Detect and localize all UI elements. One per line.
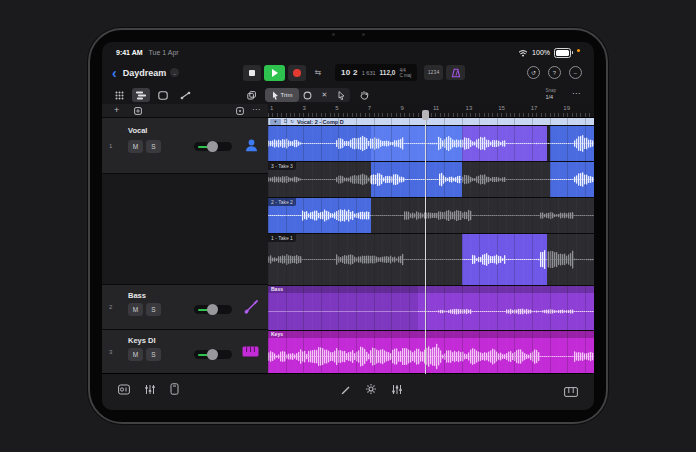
rounded-cell-icon — [158, 91, 168, 100]
toolbar-more-button[interactable]: ⋯ — [572, 89, 580, 98]
keys-region[interactable]: Keys — [268, 331, 594, 375]
history-button[interactable]: ↺ — [527, 66, 540, 79]
region-label: Keys — [268, 331, 594, 338]
track-number: 3 — [109, 349, 112, 355]
metronome-button[interactable] — [446, 65, 465, 80]
snap-control[interactable]: Snap 1/4 — [545, 87, 556, 101]
vocal-track-icon — [244, 138, 259, 153]
split-tool-button[interactable]: ✕ — [316, 88, 333, 102]
trim-tool-label: Trim — [281, 92, 293, 98]
marquee-tool-button[interactable] — [299, 88, 316, 102]
mute-button[interactable]: M — [128, 348, 143, 361]
playhead-position-minor: 1 631 — [362, 70, 376, 76]
track-header-more-button[interactable]: ⋯ — [252, 105, 260, 114]
count-in-button[interactable]: 1234 — [424, 65, 443, 80]
recording-indicator-dot — [577, 49, 580, 52]
take-lanes-spacer — [102, 174, 268, 285]
waveform — [371, 162, 462, 197]
back-button[interactable]: ‹ — [112, 68, 117, 78]
tempo-value: 112,0 — [380, 69, 396, 76]
track-header-keys[interactable]: 3 Keys DI M S — [102, 330, 268, 374]
plugins-button[interactable] — [170, 383, 179, 395]
solo-button[interactable]: S — [146, 140, 161, 153]
ruler-tick: 3 — [301, 105, 334, 111]
mixer-button[interactable] — [144, 383, 156, 395]
take-label: 3 - Take 3 — [268, 162, 296, 170]
slider-knob[interactable] — [207, 349, 218, 360]
view-switch-buttons — [110, 88, 194, 102]
battery-icon — [554, 48, 571, 58]
solo-button[interactable]: S — [146, 348, 161, 361]
editor-pencil-button[interactable] — [340, 383, 351, 395]
volume-slider[interactable] — [194, 142, 232, 151]
track-zoom-icon[interactable] — [134, 107, 142, 115]
settings-gear-button[interactable] — [365, 383, 377, 395]
draw-tool-button[interactable] — [355, 88, 373, 102]
track-name: Bass — [128, 291, 146, 300]
play-button[interactable] — [264, 65, 285, 81]
project-menu-button[interactable]: ⌄ — [170, 68, 179, 77]
track-list-header: + ⋯ — [102, 104, 268, 118]
bass-region[interactable]: Bass — [268, 286, 594, 331]
slider-knob[interactable] — [207, 141, 218, 152]
stop-button[interactable] — [243, 65, 261, 81]
live-loops-view-button[interactable] — [154, 88, 172, 102]
take-lane-3[interactable]: 3 - Take 3 — [268, 162, 594, 198]
timeline-area: 1 3 5 7 9 11 13 15 17 19 ▾ D ↻ — [268, 104, 594, 374]
faders-button[interactable] — [391, 383, 403, 395]
track-header-bass[interactable]: 2 Bass M S — [102, 285, 268, 330]
wifi-icon — [518, 49, 528, 57]
ruler-tick: 7 — [366, 105, 399, 111]
bar-ruler[interactable]: 1 3 5 7 9 11 13 15 17 19 — [268, 104, 594, 118]
browser-view-button[interactable] — [110, 88, 128, 102]
controls-view-button[interactable] — [118, 383, 130, 395]
ruler-tick: 5 — [333, 105, 366, 111]
track-number: 1 — [109, 143, 112, 149]
front-camera — [332, 33, 335, 36]
logic-pro-app-screen: 9:41 AM Tue 1 Apr 100% ‹ Daydream ⌄ ⇆ 10… — [102, 42, 594, 410]
take-label: 1 - Take 1 — [268, 234, 296, 242]
waveform — [268, 293, 594, 330]
comp-collapse-chevron[interactable]: ▾ — [270, 119, 281, 125]
comp-letter: D — [284, 119, 287, 124]
mute-button[interactable]: M — [128, 303, 143, 316]
comp-region-header[interactable]: ▾ D ↻ Vocal: 2 - Comp D — [268, 118, 594, 126]
ruler-tick: 1 — [268, 105, 301, 111]
comp-lane[interactable] — [268, 126, 594, 162]
add-track-button[interactable]: + — [114, 105, 119, 115]
track-header-vocal[interactable]: 1 Vocal M S — [102, 118, 268, 174]
record-button[interactable] — [288, 65, 306, 81]
help-button[interactable]: ? — [548, 66, 561, 79]
play-surface-keyboard-button[interactable] — [564, 387, 578, 397]
take-selection[interactable] — [371, 162, 462, 197]
take-selection[interactable] — [462, 234, 547, 285]
minimize-button[interactable]: − — [569, 66, 582, 79]
track-number: 2 — [109, 304, 112, 310]
duplicate-button[interactable] — [242, 88, 260, 102]
waveform — [268, 338, 594, 375]
slider-knob[interactable] — [207, 304, 218, 315]
automation-icon — [180, 91, 191, 100]
mute-button[interactable]: M — [128, 140, 143, 153]
playhead[interactable] — [425, 110, 426, 374]
lcd-display[interactable]: 10 2 1 631 112,0 4/4 C maj — [335, 64, 417, 81]
volume-slider[interactable] — [194, 305, 232, 314]
tracks-view-button[interactable] — [132, 88, 150, 102]
take-selection[interactable] — [550, 162, 594, 197]
ruler-tick: 15 — [496, 105, 529, 111]
arrange-area: + ⋯ 1 Vocal M S 2 — [102, 104, 594, 374]
catch-playhead-button[interactable] — [236, 107, 244, 115]
track-name: Vocal — [128, 126, 147, 135]
take-lane-2[interactable]: 2 - Take 2 — [268, 198, 594, 234]
solo-button[interactable]: S — [146, 303, 161, 316]
volume-slider[interactable] — [194, 350, 232, 359]
automation-button[interactable] — [176, 88, 194, 102]
cycle-button[interactable]: ⇆ — [309, 65, 327, 81]
fade-tool-button[interactable] — [333, 88, 350, 102]
trim-tool-button[interactable]: Trim — [265, 88, 299, 102]
playhead-handle[interactable] — [422, 110, 429, 120]
toolbar-right-buttons: ↺ ? − — [527, 66, 582, 79]
take-lane-1[interactable]: 1 - Take 1 — [268, 234, 594, 286]
fade-cursor-icon — [338, 91, 345, 100]
take-label: 2 - Take 2 — [268, 198, 296, 206]
